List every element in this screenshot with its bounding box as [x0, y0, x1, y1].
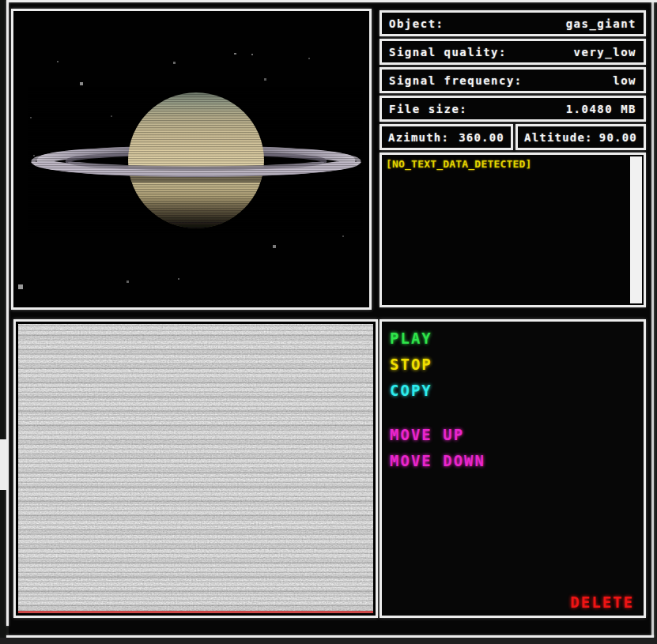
no-text-data-message: [NO_TEXT_DATA_DETECTED] [386, 158, 532, 170]
signal-quality-value: very_low [574, 46, 636, 58]
signal-info-panel: Object: gas_giant Signal quality: very_l… [379, 10, 646, 307]
object-label: Object: [389, 17, 444, 30]
info-row-signal-quality: Signal quality: very_low [379, 39, 646, 65]
file-size-label: File size: [389, 103, 467, 115]
window-bottom-margin [0, 638, 657, 644]
command-menu-panel: PLAY STOP COPY MOVE UP MOVE DOWN DELETE [379, 319, 646, 618]
text-data-scrollbar[interactable] [630, 156, 642, 303]
info-row-signal-frequency: Signal frequency: low [379, 67, 646, 93]
object-value: gas_giant [566, 17, 636, 30]
altitude-label: Altitude: [524, 131, 593, 144]
signal-quality-label: Signal quality: [389, 46, 507, 58]
signal-frequency-value: low [613, 74, 636, 87]
window-border-left [6, 0, 9, 626]
azimuth-value: 360.00 [459, 131, 504, 144]
move-down-button[interactable]: MOVE DOWN [390, 454, 485, 469]
altitude-value: 90.00 [599, 131, 637, 144]
noise-baseline-marker [18, 611, 373, 613]
noise-scanlines-overlay [18, 324, 373, 613]
planet-preview-panel [11, 9, 372, 310]
window-border-right [651, 2, 654, 638]
info-row-object: Object: gas_giant [379, 10, 646, 36]
signal-frequency-label: Signal frequency: [389, 74, 523, 87]
left-scrollbar-track[interactable] [0, 0, 6, 644]
signal-noise-panel [13, 319, 378, 618]
copy-button[interactable]: COPY [390, 383, 432, 398]
text-data-box: [NO_TEXT_DATA_DETECTED] [379, 153, 646, 307]
altitude-box: Altitude: 90.00 [515, 124, 646, 150]
play-button[interactable]: PLAY [390, 331, 432, 346]
move-up-button[interactable]: MOVE UP [390, 427, 464, 443]
delete-button[interactable]: DELETE [570, 595, 634, 610]
file-size-value: 1.0480 MB [566, 103, 636, 115]
static-noise-image [18, 324, 373, 613]
left-scrollbar-thumb[interactable] [0, 439, 6, 490]
window-border-top [7, 0, 657, 2]
gas-giant-image [13, 11, 369, 307]
azimuth-box: Azimuth: 360.00 [379, 124, 513, 150]
stop-button[interactable]: STOP [390, 357, 432, 372]
coordinates-row: Azimuth: 360.00 Altitude: 90.00 [379, 124, 646, 150]
azimuth-label: Azimuth: [388, 131, 449, 144]
info-row-file-size: File size: 1.0480 MB [379, 96, 646, 122]
